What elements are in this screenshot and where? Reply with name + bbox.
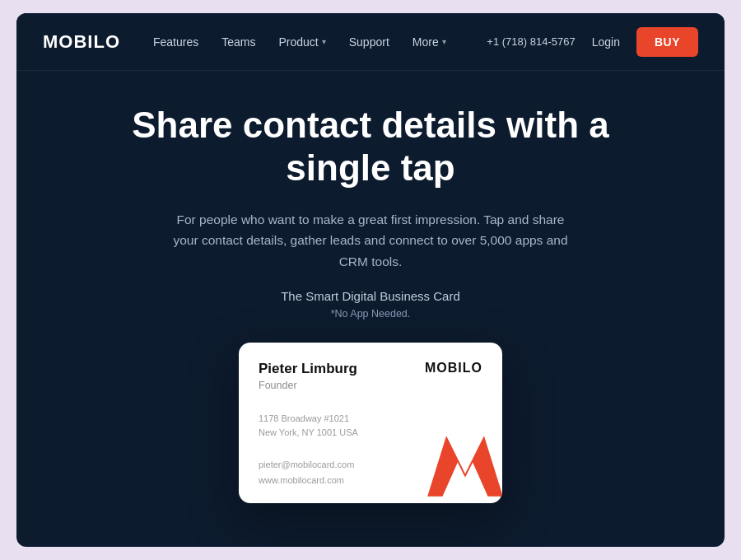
- hero-tagline: The Smart Digital Business Card: [281, 289, 460, 303]
- nav-right: +1 (718) 814-5767 Login BUY: [487, 27, 698, 57]
- chevron-down-icon-more: ▾: [442, 37, 446, 46]
- business-card: Pieter Limburg Founder MOBILO 1178 Broad…: [239, 343, 502, 503]
- card-brand-logo: MOBILO: [425, 361, 482, 376]
- nav-support[interactable]: Support: [349, 35, 389, 49]
- hero-section: Share contact details with a single tap …: [16, 71, 725, 547]
- navbar: MOBILO Features Teams Product ▾ Support …: [16, 13, 725, 71]
- card-name: Pieter Limburg: [259, 361, 357, 377]
- nav-product[interactable]: Product ▾: [278, 35, 325, 49]
- svg-marker-0: [427, 436, 502, 496]
- phone-number[interactable]: +1 (718) 814-5767: [487, 35, 575, 48]
- chevron-down-icon: ▾: [322, 37, 326, 46]
- card-m-decoration: [420, 421, 502, 503]
- card-identity: Pieter Limburg Founder: [259, 361, 357, 391]
- brand-logo[interactable]: MOBILO: [43, 31, 120, 53]
- hero-title: Share contact details with a single tap: [124, 104, 618, 189]
- nav-links: Features Teams Product ▾ Support More ▾: [153, 35, 487, 49]
- card-job-title: Founder: [259, 380, 357, 391]
- buy-button[interactable]: BUY: [636, 27, 698, 57]
- nav-teams[interactable]: Teams: [221, 35, 255, 49]
- card-top: Pieter Limburg Founder MOBILO: [259, 361, 482, 391]
- nav-more[interactable]: More ▾: [412, 35, 446, 49]
- hero-subtitle: For people who want to make a great firs…: [173, 209, 568, 273]
- login-link[interactable]: Login: [592, 35, 620, 49]
- nav-features[interactable]: Features: [153, 35, 198, 49]
- browser-window: MOBILO Features Teams Product ▾ Support …: [16, 13, 725, 547]
- hero-note: *No App Needed.: [331, 308, 411, 320]
